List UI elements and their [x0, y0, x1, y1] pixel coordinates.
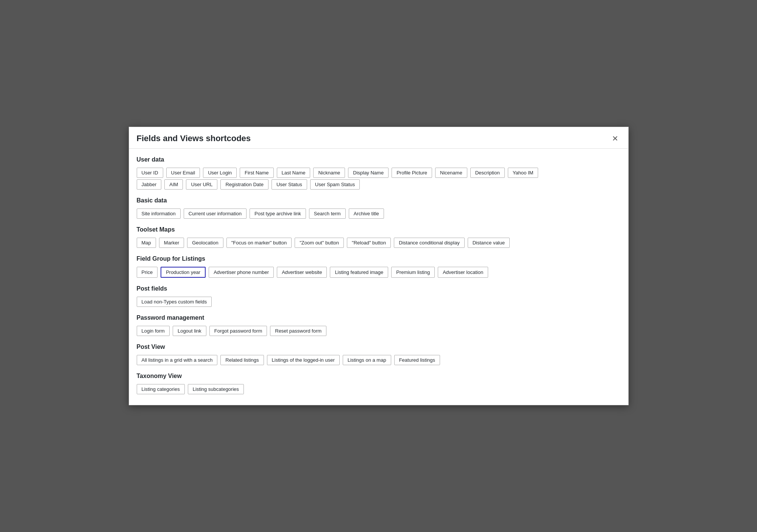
close-button[interactable]: ✕ [610, 133, 621, 144]
tag-btn-distance-conditional-display[interactable]: Distance conditional display [394, 238, 464, 248]
tag-btn-reset-password-form[interactable]: Reset password form [270, 326, 326, 336]
tag-btn-current-user-information[interactable]: Current user information [184, 208, 247, 219]
tags-row: MapMarkerGeolocation"Focus on marker" bu… [137, 238, 621, 248]
tag-btn-geolocation[interactable]: Geolocation [187, 238, 223, 248]
section-title-toolset-maps: Toolset Maps [137, 226, 621, 233]
tag-btn-user-url[interactable]: User URL [186, 179, 217, 190]
tag-btn-site-information[interactable]: Site information [137, 208, 181, 219]
modal-header: Fields and Views shortcodes ✕ [129, 127, 628, 149]
section-taxonomy-view: Taxonomy ViewListing categoriesListing s… [137, 373, 621, 394]
tag-btn-advertiser-website[interactable]: Advertiser website [277, 267, 327, 278]
tags-row: JabberAIMUser URLRegistration DateUser S… [137, 179, 621, 190]
tags-row: Listing categoriesListing subcategories [137, 384, 621, 394]
section-title-user-data: User data [137, 156, 621, 163]
section-field-group-listings: Field Group for ListingsPriceProduction … [137, 255, 621, 278]
tag-btn-user-status[interactable]: User Status [272, 179, 307, 190]
section-post-fields: Post fieldsLoad non-Types custom fields [137, 285, 621, 307]
tag-btn-price[interactable]: Price [137, 267, 158, 278]
tag-btn-focus-on-marker-button[interactable]: "Focus on marker" button [226, 238, 292, 248]
tag-btn-related-listings[interactable]: Related listings [220, 355, 264, 365]
tag-btn-description[interactable]: Description [470, 168, 505, 178]
tag-btn-marker[interactable]: Marker [159, 238, 184, 248]
tag-btn-yahoo-im[interactable]: Yahoo IM [508, 168, 538, 178]
tag-btn-listings-on-a-map[interactable]: Listings on a map [343, 355, 391, 365]
tags-row: User IDUser EmailUser LoginFirst NameLas… [137, 168, 621, 178]
tag-btn-user-spam-status[interactable]: User Spam Status [310, 179, 360, 190]
modal-container: Fields and Views shortcodes ✕ User dataU… [129, 127, 629, 405]
tag-btn-load-non-types-custom-fields[interactable]: Load non-Types custom fields [137, 297, 212, 307]
section-basic-data: Basic dataSite informationCurrent user i… [137, 197, 621, 219]
tags-row: Site informationCurrent user information… [137, 208, 621, 219]
tag-btn-user-login[interactable]: User Login [203, 168, 237, 178]
tag-btn-featured-listings[interactable]: Featured listings [394, 355, 440, 365]
tag-btn-last-name[interactable]: Last Name [277, 168, 311, 178]
tag-btn-nickname[interactable]: Nickname [313, 168, 345, 178]
tag-btn-all-listings-in-a-grid-with-a-search[interactable]: All listings in a grid with a search [137, 355, 218, 365]
section-password-management: Password managementLogin formLogout link… [137, 314, 621, 336]
section-title-password-management: Password management [137, 314, 621, 321]
tag-btn-premium-listing[interactable]: Premium listing [391, 267, 435, 278]
tag-btn-forgot-password-form[interactable]: Forgot password form [209, 326, 267, 336]
section-title-taxonomy-view: Taxonomy View [137, 373, 621, 380]
modal-body: User dataUser IDUser EmailUser LoginFirs… [129, 149, 628, 405]
tag-btn-production-year[interactable]: Production year [161, 267, 206, 278]
tag-btn-display-name[interactable]: Display Name [348, 168, 389, 178]
tag-btn-jabber[interactable]: Jabber [137, 179, 162, 190]
tag-btn-profile-picture[interactable]: Profile Picture [392, 168, 432, 178]
tag-btn-nicename[interactable]: Nicename [435, 168, 467, 178]
tag-btn-map[interactable]: Map [137, 238, 156, 248]
tag-btn-advertiser-phone-number[interactable]: Advertiser phone number [209, 267, 274, 278]
section-post-view: Post ViewAll listings in a grid with a s… [137, 344, 621, 365]
tag-btn-listings-of-the-logged-in-user[interactable]: Listings of the logged-in user [267, 355, 340, 365]
tag-btn-advertiser-location[interactable]: Advertiser location [438, 267, 488, 278]
tag-btn-archive-title[interactable]: Archive title [349, 208, 384, 219]
section-title-basic-data: Basic data [137, 197, 621, 204]
section-title-post-view: Post View [137, 344, 621, 350]
tag-btn-first-name[interactable]: First Name [240, 168, 274, 178]
tag-btn-user-id[interactable]: User ID [137, 168, 163, 178]
tag-btn-zoom-out-button[interactable]: "Zoom out" button [295, 238, 344, 248]
tag-btn-logout-link[interactable]: Logout link [173, 326, 206, 336]
tag-btn-distance-value[interactable]: Distance value [468, 238, 510, 248]
section-user-data: User dataUser IDUser EmailUser LoginFirs… [137, 156, 621, 190]
tag-btn-reload-button[interactable]: "Reload" button [347, 238, 391, 248]
tag-btn-aim[interactable]: AIM [164, 179, 183, 190]
tag-btn-listing-subcategories[interactable]: Listing subcategories [188, 384, 244, 394]
tag-btn-login-form[interactable]: Login form [137, 326, 170, 336]
tag-btn-user-email[interactable]: User Email [166, 168, 200, 178]
tags-row: Load non-Types custom fields [137, 297, 621, 307]
section-toolset-maps: Toolset MapsMapMarkerGeolocation"Focus o… [137, 226, 621, 248]
tags-row: PriceProduction yearAdvertiser phone num… [137, 267, 621, 278]
tags-row: All listings in a grid with a searchRela… [137, 355, 621, 365]
tag-btn-post-type-archive-link[interactable]: Post type archive link [250, 208, 306, 219]
tags-row: Login formLogout linkForgot password for… [137, 326, 621, 336]
tag-btn-listing-featured-image[interactable]: Listing featured image [330, 267, 388, 278]
tag-btn-search-term[interactable]: Search term [309, 208, 346, 219]
modal-title: Fields and Views shortcodes [137, 134, 251, 143]
section-title-field-group-listings: Field Group for Listings [137, 255, 621, 262]
section-title-post-fields: Post fields [137, 285, 621, 292]
tag-btn-registration-date[interactable]: Registration Date [220, 179, 268, 190]
tag-btn-listing-categories[interactable]: Listing categories [137, 384, 185, 394]
